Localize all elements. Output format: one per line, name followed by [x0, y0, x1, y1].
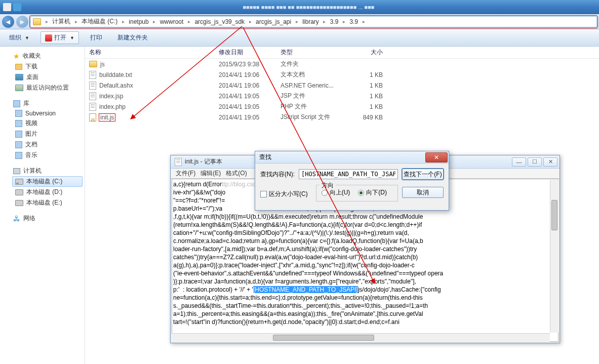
scroll-thumb[interactable]: [273, 335, 374, 341]
close-button[interactable]: ✕: [543, 157, 557, 167]
sidebar-favorites-header[interactable]: ★收藏夹: [0, 51, 85, 61]
recent-icon: [15, 85, 23, 91]
nav-forward-button[interactable]: ►: [16, 16, 28, 28]
computer-icon: [13, 168, 20, 174]
open-button[interactable]: 打开▼: [41, 31, 79, 44]
col-size[interactable]: 大小: [337, 48, 393, 57]
sidebar-item-pictures[interactable]: 图片: [0, 129, 85, 139]
col-name[interactable]: 名称: [85, 48, 215, 57]
chevron-right-icon[interactable]: ▸: [247, 19, 254, 24]
col-date[interactable]: 修改日期: [215, 48, 276, 57]
file-row[interactable]: js2015/9/23 9:38文件夹: [85, 59, 599, 69]
breadcrumb-item[interactable]: inetpub: [128, 18, 149, 25]
find-dialog: 查找 ✕ 查找内容(N): 查找下一个(F) 区分大小写(C) 方向 向上(U)…: [255, 151, 449, 211]
chevron-right-icon[interactable]: ▸: [151, 19, 158, 24]
sidebar-item-drive-e[interactable]: 本地磁盘 (E:): [0, 197, 85, 208]
find-cancel-button[interactable]: 取消: [402, 187, 444, 198]
star-icon: ★: [13, 52, 20, 60]
scroll-thumb[interactable]: [551, 200, 557, 230]
find-titlebar[interactable]: 查找 ✕: [255, 151, 449, 164]
file-size: 1 KB: [337, 103, 393, 110]
code-text: a,c){return d(Error: [173, 181, 222, 188]
file-type: JSP 文件: [276, 92, 337, 100]
breadcrumb-bar[interactable]: ▸ 计算机 ▸ 本地磁盘 (C:) ▸ inetpub ▸ wwwroot ▸ …: [30, 16, 597, 27]
chevron-right-icon[interactable]: ▸: [341, 19, 348, 24]
case-checkbox[interactable]: [260, 191, 267, 197]
app-icon-2: [13, 3, 21, 11]
find-close-button[interactable]: ✕: [425, 152, 448, 163]
chevron-right-icon[interactable]: ▸: [43, 19, 50, 24]
nav-back-button[interactable]: ◄: [2, 16, 14, 28]
menu-file[interactable]: 文件(F): [174, 169, 197, 178]
file-row[interactable]: index.php2014/4/1 19:05PHP 文件1 KB: [85, 101, 599, 112]
file-row[interactable]: index.jsp2014/4/1 19:05JSP 文件1 KB: [85, 91, 599, 101]
file-date: 2014/4/1 19:05: [215, 114, 276, 121]
sidebar-item-recent[interactable]: 最近访问的位置: [0, 83, 85, 93]
maximize-button[interactable]: ☐: [528, 157, 542, 167]
find-input[interactable]: [299, 169, 398, 179]
window-titlebar: ■■■■■ ■■■■ ■■■ ■■ ■■■■■■■■■■■■■■■■■■ ...…: [0, 0, 599, 14]
chevron-right-icon[interactable]: ▸: [185, 19, 192, 24]
sidebar-item-documents[interactable]: 文档: [0, 139, 85, 150]
sidebar-network-header[interactable]: 🖧网络: [0, 213, 85, 224]
vertical-scrollbar[interactable]: [550, 180, 558, 333]
menu-format[interactable]: 格式(O): [224, 169, 249, 178]
sidebar-item-label: 图片: [25, 130, 37, 138]
breadcrumb-item[interactable]: arcgis_js_api: [255, 18, 292, 25]
file-name: js: [100, 61, 105, 68]
print-button[interactable]: 打印: [86, 32, 106, 44]
sidebar-item-drive-c[interactable]: 本地磁盘 (C:): [12, 176, 83, 187]
file-row[interactable]: builddate.txt2014/4/1 19:06文本文档1 KB: [85, 69, 599, 80]
app-icon: [3, 3, 11, 11]
chevron-right-icon[interactable]: ▸: [360, 19, 367, 24]
file-type: 文件夹: [276, 60, 337, 68]
breadcrumb-item[interactable]: 3.9: [329, 18, 340, 25]
sidebar-item-videos[interactable]: 视频: [0, 118, 85, 129]
library-icon: [13, 100, 20, 107]
horizontal-scrollbar[interactable]: [172, 333, 550, 342]
sidebar-item-label: 桌面: [26, 73, 38, 82]
sidebar-item-drive-d[interactable]: 本地磁盘 (D:): [0, 187, 85, 197]
chevron-right-icon[interactable]: ▸: [293, 19, 300, 24]
breadcrumb-root[interactable]: 计算机: [51, 17, 71, 26]
computer-label: 计算机: [23, 167, 42, 175]
highlighted-text: [HOSTNAME_AND_PATH_TO_JSAPI]: [253, 286, 358, 293]
sidebar-item-music[interactable]: 音乐: [0, 150, 85, 160]
sidebar-computer-header[interactable]: 计算机: [0, 166, 85, 176]
col-type[interactable]: 类型: [276, 48, 337, 57]
file-name: index.php: [99, 103, 126, 110]
menu-edit[interactable]: 编辑(E): [198, 169, 223, 178]
breadcrumb-item[interactable]: wwwroot: [159, 18, 185, 25]
sidebar-item-downloads[interactable]: 下载: [0, 61, 85, 72]
file-icon: [89, 71, 96, 79]
breadcrumb-item[interactable]: 本地磁盘 (C:): [81, 17, 118, 26]
file-row[interactable]: Default.ashx2014/4/1 19:06ASP.NET Generi…: [85, 80, 599, 91]
drive-icon: [15, 200, 23, 206]
file-size: 849 KB: [337, 114, 393, 121]
new-folder-button[interactable]: 新建文件夹: [113, 32, 152, 44]
sidebar-libraries-header[interactable]: 库: [0, 98, 85, 109]
sidebar-item-desktop[interactable]: 桌面: [0, 72, 85, 83]
music-icon: [15, 152, 22, 159]
chevron-right-icon[interactable]: ▸: [72, 19, 79, 24]
file-type: ASP.NET Generic...: [276, 82, 337, 89]
find-next-button[interactable]: 查找下一个(F): [402, 169, 444, 180]
direction-label: 方向: [320, 181, 336, 190]
breadcrumb-item[interactable]: library: [301, 18, 320, 25]
sidebar-favorites: ★收藏夹 下载 桌面 最近访问的位置: [0, 51, 85, 93]
breadcrumb-item[interactable]: 3.9: [349, 18, 360, 25]
sidebar-item-label: 最近访问的位置: [26, 84, 69, 92]
file-date: 2014/4/1 19:05: [215, 93, 276, 100]
organize-button[interactable]: 组织▼: [5, 32, 33, 44]
direction-down[interactable]: 向下(D): [358, 188, 387, 197]
document-icon: [15, 141, 22, 148]
minimize-button[interactable]: —: [512, 157, 526, 167]
chevron-right-icon[interactable]: ▸: [321, 19, 328, 24]
sidebar-item-subversion[interactable]: Subversion: [0, 109, 85, 118]
chevron-right-icon[interactable]: ▸: [119, 19, 127, 24]
library-icon: [15, 110, 22, 117]
breadcrumb-item[interactable]: arcgis_js_v39_sdk: [193, 18, 246, 25]
sidebar-item-label: 本地磁盘 (D:): [26, 188, 62, 196]
picture-icon: [15, 131, 22, 138]
file-row[interactable]: init.js2014/4/1 19:05JScript Script 文件84…: [85, 112, 599, 123]
